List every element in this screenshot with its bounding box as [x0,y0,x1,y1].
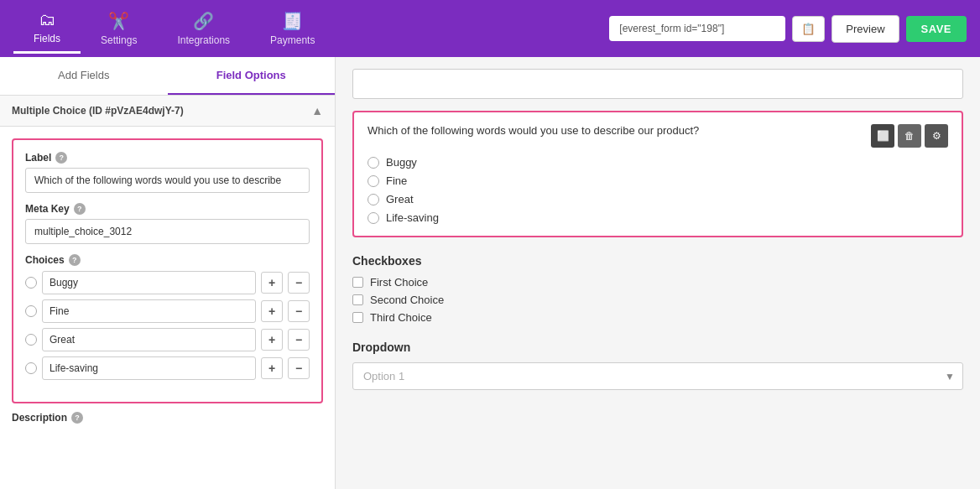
save-button[interactable]: SAVE [906,16,967,42]
choice-add-3[interactable]: + [261,357,283,379]
field-options-box: Label ? Meta Key ? Choices [12,138,323,403]
checkbox-label-2: Third Choice [370,311,432,324]
nav-items: 🗂 Fields ✂️ Settings 🔗 Integrations 🧾 Pa… [13,3,609,54]
label-input[interactable] [25,168,310,193]
choice-remove-1[interactable]: − [288,300,310,322]
top-nav: 🗂 Fields ✂️ Settings 🔗 Integrations 🧾 Pa… [0,0,980,57]
nav-fields[interactable]: 🗂 Fields [13,3,81,54]
choice-radio-0 [25,277,37,289]
preview-button[interactable]: Preview [831,15,899,43]
meta-key-help-icon[interactable]: ? [74,203,86,215]
checkbox-sq-2 [352,312,363,323]
choice-input-2[interactable] [42,328,256,351]
checkbox-sq-1 [352,294,363,305]
description-help-icon[interactable]: ? [71,412,83,424]
mc-widget-icons: ⬜ 🗑 ⚙ [871,124,948,148]
label-help-icon[interactable]: ? [55,152,67,164]
mc-widget[interactable]: Which of the following words would you u… [352,111,963,237]
copy-shortcode-button[interactable]: 📋 [792,16,825,42]
mc-settings-button[interactable]: ⚙ [925,124,948,148]
mc-option: Fine [368,174,948,187]
left-panel: Add Fields Field Options Multiple Choice… [0,57,336,489]
choice-remove-2[interactable]: − [288,329,310,351]
mc-option: Life-saving [368,211,948,224]
label-field-label: Label ? [25,152,310,164]
payments-icon: 🧾 [282,11,303,31]
meta-key-input[interactable] [25,219,310,244]
choice-row: + − [25,328,310,351]
mc-option-label-2: Great [386,193,414,205]
nav-fields-label: Fields [34,33,60,44]
description-label: Description ? [12,412,323,424]
dropdown-widget: Dropdown Option 1 ▼ [352,341,963,390]
dropdown-select[interactable]: Option 1 [352,362,963,390]
nav-settings[interactable]: ✂️ Settings [81,3,157,54]
choice-input-0[interactable] [42,271,256,294]
choices-text: Choices [25,254,65,266]
mc-options: Buggy Fine Great Life-saving [368,156,948,224]
choices-help-icon[interactable]: ? [69,254,81,266]
mc-circle-3 [368,212,379,224]
meta-key-label: Meta Key ? [25,203,310,215]
checkbox-option: Third Choice [352,311,963,324]
choice-radio-3 [25,362,37,374]
choice-radio-1 [25,305,37,317]
right-panel: Which of the following words would you u… [336,57,980,489]
mc-widget-header: Which of the following words would you u… [368,124,948,148]
mc-circle-2 [368,194,379,205]
mc-question-text: Which of the following words would you u… [368,124,871,137]
tab-add-fields[interactable]: Add Fields [0,57,168,95]
mc-option-label-3: Life-saving [386,211,439,224]
choice-remove-0[interactable]: − [288,272,310,294]
main-layout: Add Fields Field Options Multiple Choice… [0,57,980,489]
nav-integrations[interactable]: 🔗 Integrations [157,3,250,54]
mc-delete-button[interactable]: 🗑 [898,124,921,148]
checkbox-option: First Choice [352,276,963,289]
checkbox-options: First Choice Second Choice Third Choice [352,276,963,324]
label-text: Label [25,152,51,164]
settings-icon: ✂️ [108,11,129,31]
mc-circle-1 [368,175,379,187]
nav-payments-label: Payments [270,34,315,46]
checkbox-sq-0 [352,277,363,288]
nav-integrations-label: Integrations [177,34,230,46]
meta-key-group: Meta Key ? [25,203,310,244]
nav-right: 📋 Preview SAVE [609,15,967,43]
checkboxes-widget: Checkboxes First Choice Second Choice Th… [352,254,963,324]
description-text: Description [12,412,67,424]
top-input-bar [352,69,963,99]
integrations-icon: 🔗 [193,11,214,31]
mc-circle-0 [368,157,379,169]
section-title: Multiple Choice (ID #pVzAE4dwjY-7) [12,105,184,117]
label-group: Label ? [25,152,310,193]
dropdown-wrapper: Option 1 ▼ [352,362,963,390]
checkbox-option: Second Choice [352,294,963,306]
nav-payments[interactable]: 🧾 Payments [250,3,335,54]
choice-input-1[interactable] [42,299,256,323]
choice-row: + − [25,356,310,380]
left-tabs: Add Fields Field Options [0,57,335,96]
choice-input-3[interactable] [42,356,256,380]
nav-settings-label: Settings [101,34,137,46]
fields-icon: 🗂 [39,10,55,29]
choice-add-2[interactable]: + [261,329,283,351]
tab-field-options[interactable]: Field Options [168,57,336,95]
choices-label: Choices ? [25,254,310,266]
collapse-icon[interactable]: ▲ [311,104,323,117]
meta-key-text: Meta Key [25,203,70,215]
choice-radio-2 [25,334,37,346]
checkbox-label-0: First Choice [370,276,428,289]
choice-add-0[interactable]: + [261,272,283,294]
description-group: Description ? [12,412,323,424]
shortcode-input[interactable] [609,16,785,41]
section-header: Multiple Choice (ID #pVzAE4dwjY-7) ▲ [0,96,335,127]
field-options-body: Label ? Meta Key ? Choices [0,127,335,489]
mc-copy-button[interactable]: ⬜ [871,124,894,148]
mc-option-label-0: Buggy [386,156,417,169]
mc-option: Buggy [368,156,948,169]
choices-group: Choices ? + − + − + − + − [25,254,310,380]
choice-remove-3[interactable]: − [288,357,310,379]
choice-add-1[interactable]: + [261,300,283,322]
checkboxes-title: Checkboxes [352,254,963,268]
choice-row: + − [25,271,310,294]
